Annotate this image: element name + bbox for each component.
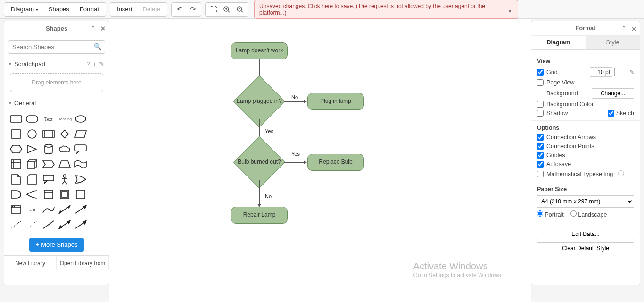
zoom-in-icon[interactable]: [221, 3, 233, 16]
redo-icon[interactable]: ↷: [187, 3, 199, 16]
shape-note[interactable]: [9, 173, 23, 186]
portrait-radio[interactable]: [537, 210, 543, 217]
collapse-icon[interactable]: ˄: [91, 25, 95, 32]
flow-node-bulb[interactable]: Bulb burned out?: [233, 143, 285, 181]
shape-blank2[interactable]: [90, 127, 104, 141]
shape-text[interactable]: Text: [41, 112, 56, 126]
shape-arrow2[interactable]: [74, 218, 88, 231]
shadow-checkbox[interactable]: [537, 110, 544, 117]
shape-blank6[interactable]: [90, 188, 104, 201]
shape-blank3[interactable]: [90, 143, 104, 156]
pencil-icon[interactable]: ✎: [629, 69, 634, 76]
edit-icon[interactable]: ✎: [99, 60, 104, 67]
menu-shapes[interactable]: Shapes: [44, 4, 74, 15]
general-header[interactable]: ▾ General: [4, 97, 109, 109]
math-checkbox[interactable]: [537, 171, 544, 177]
portrait-radio-label[interactable]: Portrait: [537, 210, 564, 218]
shape-heading[interactable]: Heading: [58, 112, 72, 126]
landscape-radio[interactable]: [570, 210, 577, 217]
help-icon[interactable]: ⓘ: [618, 170, 624, 178]
close-icon[interactable]: ×: [101, 25, 105, 33]
shape-tape[interactable]: [74, 158, 88, 171]
guides-checkbox[interactable]: [537, 152, 544, 159]
shape-parallelogram[interactable]: [74, 127, 88, 141]
scratchpad-header[interactable]: ▾ Scratchpad ? + ✎: [4, 58, 109, 70]
clear-default-button[interactable]: Clear Default Style: [537, 242, 634, 254]
shape-blank5[interactable]: [90, 173, 104, 186]
connarrows-checkbox[interactable]: [537, 134, 544, 141]
shape-dashline[interactable]: [9, 218, 23, 231]
flow-node-plugged[interactable]: Lamp plugged in?: [233, 83, 285, 120]
shape-datastore[interactable]: [25, 188, 39, 201]
flow-node-repair[interactable]: Repair Lamp: [231, 207, 288, 224]
shape-callout2[interactable]: [41, 173, 56, 186]
shape-process[interactable]: [41, 127, 56, 141]
shape-roundrect[interactable]: [25, 112, 39, 126]
shape-card[interactable]: [25, 173, 39, 186]
add-icon[interactable]: +: [92, 60, 96, 67]
flow-node-start[interactable]: Lamp doesn't work: [231, 42, 288, 59]
shape-square[interactable]: [9, 127, 23, 141]
shape-rect2[interactable]: [74, 188, 88, 201]
shape-ellipse[interactable]: [74, 112, 88, 126]
fit-icon[interactable]: ⛶: [207, 3, 220, 16]
shape-blank[interactable]: [90, 112, 104, 126]
tab-style[interactable]: Style: [586, 36, 640, 49]
shape-curve[interactable]: [41, 203, 56, 216]
shape-biarrow2[interactable]: [58, 218, 72, 231]
more-shapes-button[interactable]: +More Shapes: [29, 238, 84, 252]
shape-callout[interactable]: [74, 143, 88, 156]
canvas[interactable]: Lamp doesn't work Lamp plugged in? No Pl…: [109, 19, 531, 302]
shape-container[interactable]: [41, 188, 56, 201]
grid-checkbox[interactable]: [537, 69, 544, 76]
open-library-tab[interactable]: Open Library from: [57, 256, 109, 270]
shape-dotline[interactable]: [25, 218, 39, 231]
shape-circle[interactable]: [25, 127, 39, 141]
shape-blank4[interactable]: [90, 158, 104, 171]
tab-diagram[interactable]: Diagram: [531, 36, 586, 49]
sketch-checkbox[interactable]: [608, 110, 614, 117]
shape-diamond[interactable]: [58, 127, 72, 141]
collapse-icon[interactable]: ˄: [622, 25, 626, 32]
paper-size-select[interactable]: A4 (210 mm x 297 mm): [537, 195, 634, 208]
shape-hexagon[interactable]: [9, 143, 23, 156]
shape-or[interactable]: [74, 173, 88, 186]
shape-list[interactable]: List: [25, 203, 39, 216]
flow-node-plugin[interactable]: Plug in lamp: [307, 93, 364, 110]
delete-button[interactable]: Delete: [138, 4, 165, 15]
change-background-button[interactable]: Change...: [592, 88, 634, 99]
shape-biarrow[interactable]: [58, 203, 72, 216]
zoom-out-icon[interactable]: [234, 3, 246, 16]
close-icon[interactable]: ×: [632, 25, 636, 34]
help-icon[interactable]: ?: [86, 60, 90, 67]
shape-line[interactable]: [41, 218, 56, 231]
flow-node-replace[interactable]: Replace Bulb: [307, 154, 364, 171]
search-shapes-input[interactable]: [8, 40, 105, 54]
shape-blank7[interactable]: [90, 203, 104, 216]
shape-cube[interactable]: [25, 158, 39, 171]
menu-format[interactable]: Format: [75, 4, 104, 15]
scratchpad-dropzone[interactable]: Drag elements here: [10, 73, 103, 92]
bgcolor-checkbox[interactable]: [537, 101, 544, 108]
shape-frame[interactable]: [58, 188, 72, 201]
shape-window[interactable]: [9, 203, 23, 216]
grid-size-input[interactable]: [590, 67, 612, 77]
shape-cylinder[interactable]: [41, 143, 56, 156]
autosave-checkbox[interactable]: [537, 161, 544, 168]
edit-data-button[interactable]: Edit Data...: [537, 228, 634, 240]
shape-rect[interactable]: [9, 112, 23, 126]
shape-step[interactable]: [41, 158, 56, 171]
menu-diagram[interactable]: Diagram ▾: [6, 4, 43, 15]
pageview-checkbox[interactable]: [537, 79, 544, 86]
grid-color-swatch[interactable]: [614, 68, 627, 76]
shape-internal[interactable]: [9, 158, 23, 171]
insert-button[interactable]: Insert: [112, 4, 137, 15]
new-library-tab[interactable]: New Library: [4, 256, 57, 270]
shape-arrow[interactable]: [74, 203, 88, 216]
save-banner[interactable]: Unsaved changes. Click here to save. (Th…: [254, 0, 518, 19]
shape-actor[interactable]: [58, 173, 72, 186]
connpoints-checkbox[interactable]: [537, 143, 544, 150]
shape-cloud[interactable]: [58, 143, 72, 156]
shape-and[interactable]: [9, 188, 23, 201]
undo-icon[interactable]: ↶: [173, 3, 186, 16]
